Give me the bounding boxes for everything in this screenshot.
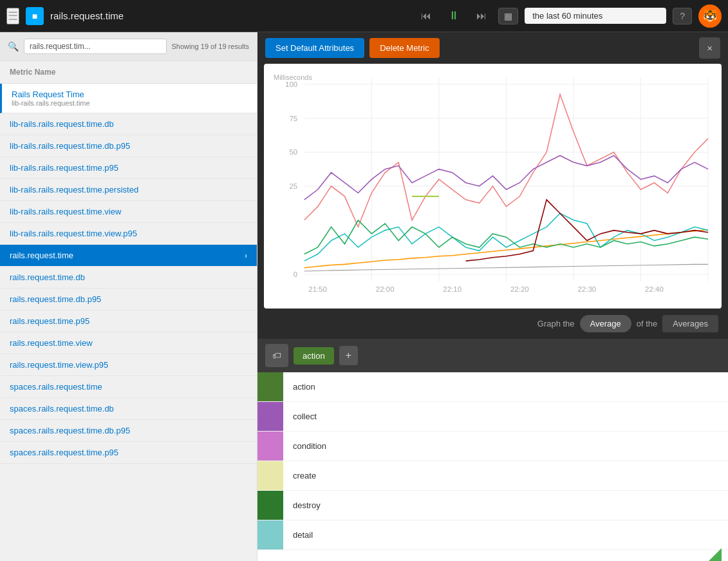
svg-text:21:50: 21:50 <box>308 285 327 293</box>
metric-list-header: Metric Name <box>0 61 257 84</box>
search-input[interactable] <box>24 39 167 54</box>
chart-toolbar: Set Default Attributes Delete Metric × <box>257 32 728 64</box>
dropdown-item-text-0: action <box>283 382 325 392</box>
dropdown-item-5[interactable]: detail <box>257 520 728 550</box>
top-bar: ☰ ■ rails.request.time ⏮ ⏸ ⏭ ▦ ? 🐯 <box>0 0 728 32</box>
color-swatch-2 <box>257 432 283 461</box>
svg-text:22:00: 22:00 <box>376 285 395 293</box>
dropdown-item-2[interactable]: condition <box>257 432 728 461</box>
svg-text:22:20: 22:20 <box>510 285 529 293</box>
app-icon: ■ <box>26 7 44 25</box>
search-bar: 🔍 Showing 19 of 19 results <box>0 32 257 61</box>
sidebar: 🔍 Showing 19 of 19 results Metric Name R… <box>0 32 257 561</box>
rewind-button[interactable]: ⏮ <box>416 8 436 24</box>
metric-item-4[interactable]: lib-rails.rails.request.time.persisted <box>0 179 257 201</box>
svg-text:100: 100 <box>285 81 297 88</box>
tag-bar: 🏷 action + <box>257 339 728 372</box>
graph-controls: Graph the Average of the Averages <box>257 309 728 339</box>
metric-item-14[interactable]: spaces.rails.request.time.db <box>0 398 257 420</box>
averages-button[interactable]: Averages <box>662 315 718 332</box>
close-button[interactable]: × <box>699 37 720 59</box>
app-title: rails.request.time <box>50 10 409 21</box>
dropdown-item-text-4: destroy <box>283 500 330 510</box>
forward-button[interactable]: ⏭ <box>471 8 492 24</box>
metric-item-0[interactable]: Rails Request Time lib-rails.rails.reque… <box>0 84 257 113</box>
chart-y-label: Milliseconds <box>274 73 312 81</box>
main-layout: 🔍 Showing 19 of 19 results Metric Name R… <box>0 32 728 561</box>
metric-item-5[interactable]: lib-rails.rails.request.time.view <box>0 201 257 223</box>
right-panel: Set Default Attributes Delete Metric × M… <box>257 32 728 561</box>
result-count: Showing 19 of 19 results <box>172 43 249 50</box>
of-the-label: of the <box>637 319 658 328</box>
dropdown-item-text-3: create <box>283 471 326 480</box>
chevron-right-icon: › <box>245 251 247 260</box>
metric-item-2[interactable]: lib-rails.rails.request.time.db.p95 <box>0 135 257 157</box>
dropdown-item-0[interactable]: action <box>257 372 728 402</box>
chart-svg: 100 75 50 25 0 21:50 22:00 22:10 22:20 2… <box>264 64 722 309</box>
metric-item-6[interactable]: lib-rails.rails.request.time.view.p95 <box>0 223 257 245</box>
metric-item-8[interactable]: rails.request.time.db <box>0 267 257 289</box>
graph-the-label: Graph the <box>537 319 575 328</box>
color-swatch-4 <box>257 491 283 520</box>
color-swatch-3 <box>257 461 283 490</box>
metric-list: Rails Request Time lib-rails.rails.reque… <box>0 84 257 561</box>
add-tag-button[interactable]: + <box>339 346 358 365</box>
calendar-button[interactable]: ▦ <box>498 8 518 24</box>
dropdown-list: action collect condition create destroy … <box>257 372 728 561</box>
color-swatch-5 <box>257 520 283 549</box>
metric-item-11[interactable]: rails.request.time.view <box>0 332 257 354</box>
svg-text:75: 75 <box>289 115 297 122</box>
dropdown-item-text-1: collect <box>283 412 326 421</box>
metric-name-primary-0: Rails Request Time <box>12 90 90 99</box>
metric-item-3[interactable]: lib-rails.rails.request.time.p95 <box>0 157 257 179</box>
svg-text:50: 50 <box>289 148 297 156</box>
pause-button[interactable]: ⏸ <box>443 6 465 25</box>
svg-text:25: 25 <box>289 182 297 190</box>
search-icon: 🔍 <box>8 41 19 52</box>
dropdown-item-1[interactable]: collect <box>257 402 728 432</box>
hamburger-menu[interactable]: ☰ <box>6 8 19 24</box>
chart-area: Milliseconds 100 75 50 25 <box>264 64 722 309</box>
dropdown-item-4[interactable]: destroy <box>257 491 728 520</box>
help-button[interactable]: ? <box>673 8 692 24</box>
dropdown-item-text-5: detail <box>283 530 322 540</box>
metric-item-16[interactable]: spaces.rails.request.time.p95 <box>0 442 257 464</box>
metric-item-9[interactable]: rails.request.time.db.p95 <box>0 289 257 310</box>
tag-icon-button[interactable]: 🏷 <box>265 344 288 367</box>
metric-item-13[interactable]: spaces.rails.request.time <box>0 376 257 398</box>
tiger-logo: 🐯 <box>698 5 722 28</box>
dropdown-item-3[interactable]: create <box>257 461 728 491</box>
metric-item-10[interactable]: rails.request.time.p95 <box>0 310 257 332</box>
metric-item-12[interactable]: rails.request.time.view.p95 <box>0 354 257 376</box>
color-swatch-0 <box>257 372 283 401</box>
action-button[interactable]: action <box>294 347 334 365</box>
time-range-input[interactable] <box>525 8 666 24</box>
metric-name-secondary-0: lib-rails.rails.request.time <box>12 99 90 107</box>
delete-metric-button[interactable]: Delete Metric <box>369 38 440 58</box>
metric-item-15[interactable]: spaces.rails.request.time.db.p95 <box>0 420 257 442</box>
color-swatch-1 <box>257 402 283 431</box>
dropdown-item-text-2: condition <box>283 441 336 451</box>
metric-item-7[interactable]: rails.request.time › <box>0 245 257 267</box>
svg-text:0: 0 <box>294 271 297 278</box>
metric-item-1[interactable]: lib-rails.rails.request.time.db <box>0 113 257 135</box>
set-default-button[interactable]: Set Default Attributes <box>265 38 364 58</box>
svg-text:22:40: 22:40 <box>645 285 664 293</box>
average-button[interactable]: Average <box>580 315 631 332</box>
svg-text:22:10: 22:10 <box>443 285 462 293</box>
svg-text:22:30: 22:30 <box>577 285 596 293</box>
